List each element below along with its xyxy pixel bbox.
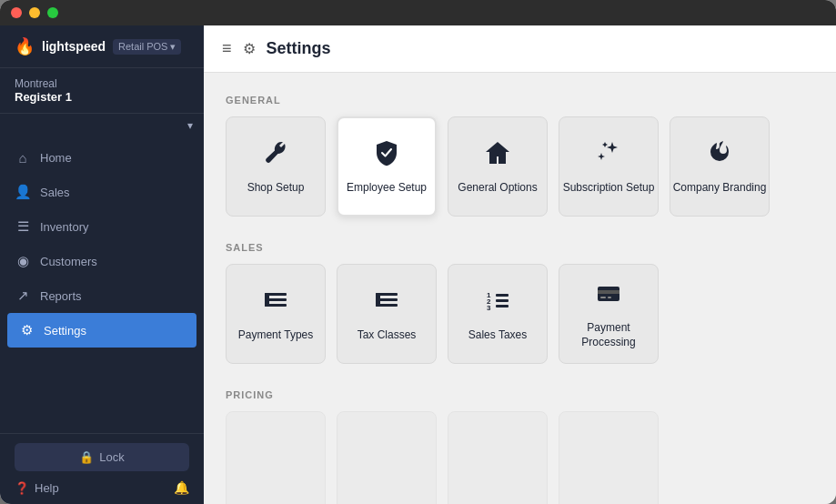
main-content: ≡ ⚙ Settings GENERAL Shop S [204,25,836,504]
hamburger-icon[interactable]: ≡ [222,39,232,58]
sidebar-item-sales[interactable]: 👤 Sales [0,175,204,209]
reports-icon: ↗ [15,287,31,304]
topbar: ≡ ⚙ Settings [204,25,836,73]
pricing-section-label: PRICING [226,389,814,400]
general-section-label: GENERAL [226,95,814,106]
help-row: ❓ Help 🔔 [15,480,189,495]
customers-icon: ◉ [15,253,31,269]
pricing-cards-grid [226,411,814,504]
maximize-button[interactable] [47,7,58,18]
settings-body: GENERAL Shop Setup [204,73,836,504]
titlebar [0,0,836,25]
card-employee-setup[interactable]: Employee Setup [337,116,437,217]
register-name: Register 1 [15,90,189,104]
card-company-branding-label: Company Branding [673,181,767,196]
sidebar-item-inventory-label: Inventory [40,220,88,234]
sidebar-item-customers-label: Customers [40,255,97,268]
lock-button[interactable]: 🔒 Lock [15,443,189,471]
app-window: 🔥 lightspeed Retail POS ▾ Montreal Regis… [0,0,836,504]
list-lines-icon [261,286,290,321]
wrench-icon [261,138,290,174]
svg-rect-15 [598,290,619,294]
svg-rect-16 [600,297,606,298]
card-subscription-setup-label: Subscription Setup [563,181,655,196]
svg-rect-12 [496,299,509,302]
svg-rect-11 [496,294,509,297]
card-subscription-setup[interactable]: Subscription Setup [559,116,659,217]
card-employee-setup-label: Employee Setup [347,181,427,196]
sidebar-item-sales-label: Sales [40,186,70,199]
pricing-card-2[interactable] [337,411,437,504]
pricing-card-1[interactable] [226,411,326,504]
sidebar-item-reports[interactable]: ↗ Reports [0,278,204,313]
card-tax-classes[interactable]: Tax Classes [337,264,437,364]
card-icon [594,278,623,314]
sidebar-location: Montreal Register 1 [0,68,204,114]
sidebar-item-reports-label: Reports [40,289,82,303]
collapse-button[interactable]: ▾ [0,114,204,137]
shield-icon [372,138,401,174]
card-sales-taxes-label: Sales Taxes [468,328,527,343]
location-city: Montreal [15,77,189,90]
flame-icon [705,138,734,174]
lock-icon: 🔒 [79,450,94,464]
pricing-card-3[interactable] [448,411,548,504]
general-cards-grid: Shop Setup Employee Setup [226,116,814,217]
sales-icon: 👤 [15,184,31,200]
card-payment-types[interactable]: Payment Types [226,264,326,364]
card-shop-setup-label: Shop Setup [247,181,305,196]
sidebar: 🔥 lightspeed Retail POS ▾ Montreal Regis… [0,25,204,504]
svg-rect-13 [496,305,509,307]
help-link[interactable]: ❓ Help [15,481,59,495]
logo-text: lightspeed [42,39,106,54]
close-button[interactable] [11,7,22,18]
numbered-list-icon: 1 2 3 [483,286,512,321]
retail-badge[interactable]: Retail POS ▾ [113,39,181,55]
card-company-branding[interactable]: Company Branding [670,116,770,217]
sparkle-icon [594,138,623,174]
sales-section-label: SALES [226,242,814,253]
card-payment-processing[interactable]: Payment Processing [559,264,659,364]
svg-rect-17 [608,297,611,298]
card-shop-setup[interactable]: Shop Setup [226,116,326,217]
house-icon [483,138,512,174]
inventory-icon: ☰ [15,218,31,235]
sidebar-item-settings[interactable]: ⚙ Settings [7,313,196,348]
help-circle-icon: ❓ [15,481,29,495]
sidebar-header: 🔥 lightspeed Retail POS ▾ [0,25,204,68]
sidebar-item-home-label: Home [40,151,72,165]
sidebar-footer: 🔒 Lock ❓ Help 🔔 [0,433,204,504]
lock-label: Lock [99,450,124,464]
help-label: Help [35,481,59,495]
sidebar-item-settings-label: Settings [44,324,86,338]
settings-gear-icon: ⚙ [243,40,256,57]
sales-cards-grid: Payment Types Tax Classes [226,264,814,364]
page-title: Settings [267,39,331,58]
logo-flame-icon: 🔥 [15,36,35,56]
card-payment-processing-label: Payment Processing [559,321,658,349]
svg-rect-7 [376,293,380,307]
minimize-button[interactable] [29,7,40,18]
pricing-card-4[interactable] [559,411,659,504]
list-lines2-icon [372,286,401,321]
card-general-options-label: General Options [458,181,537,196]
home-icon: ⌂ [15,150,31,166]
sidebar-item-inventory[interactable]: ☰ Inventory [0,209,204,244]
card-tax-classes-label: Tax Classes [358,328,417,343]
notification-icon[interactable]: 🔔 [174,480,189,495]
sidebar-item-home[interactable]: ⌂ Home [0,141,204,175]
card-general-options[interactable]: General Options [448,116,548,217]
svg-rect-3 [265,293,269,307]
sidebar-item-customers[interactable]: ◉ Customers [0,244,204,278]
card-payment-types-label: Payment Types [238,328,314,343]
settings-icon: ⚙ [18,322,35,338]
svg-text:3: 3 [487,304,491,312]
app-body: 🔥 lightspeed Retail POS ▾ Montreal Regis… [0,25,836,504]
nav-menu: ⌂ Home 👤 Sales ☰ Inventory ◉ Customers ↗ [0,137,204,433]
card-sales-taxes[interactable]: 1 2 3 Sales Taxes [448,264,548,364]
